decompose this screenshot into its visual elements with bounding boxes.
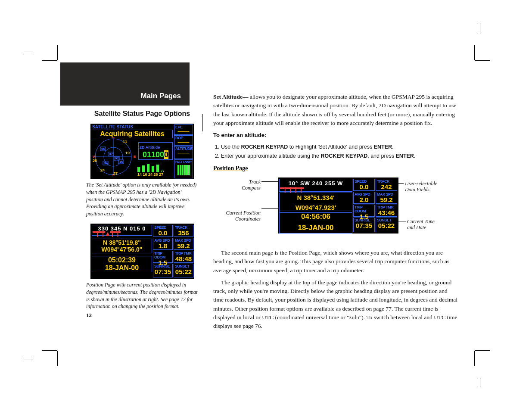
svg-text:26: 26 — [93, 159, 97, 163]
svg-text:06: 06 — [101, 147, 105, 151]
odom-cell: TRIP ODOM1.5 — [353, 205, 375, 217]
body-paragraph-2: The second main page is the Position Pag… — [213, 249, 459, 275]
crop-mark — [478, 24, 478, 33]
sunrise-cell: SUNRISE07:35 — [153, 264, 173, 277]
sunset-cell: SUNSET05:22 — [376, 218, 397, 232]
subsection-title: Satellite Status Page Options — [86, 110, 198, 118]
crop-mark — [474, 351, 475, 366]
alt-value: 011000 — [139, 150, 172, 159]
signal-bars: 14 16 24 26 27 __ — [137, 162, 172, 177]
svg-text:19: 19 — [125, 151, 130, 155]
crop-mark — [24, 357, 33, 357]
svg-text:27: 27 — [113, 171, 118, 176]
svg-text:11: 11 — [123, 140, 127, 144]
satellite-status-screen: SATELLITE STATUS Acquiring Satellites N … — [90, 124, 194, 179]
svg-text:07: 07 — [109, 152, 113, 156]
crop-mark — [57, 45, 58, 60]
callout-coordinates: Current Position Coordinates — [222, 210, 261, 222]
position-screen-small: 330 345 N 015 0 ''''''''|''''''''|'''▲''… — [90, 224, 194, 279]
crop-mark — [24, 54, 33, 54]
crop-mark — [475, 350, 490, 351]
step-1: Use the ROCKER KEYPAD to Highlight 'Set … — [221, 143, 459, 151]
crop-mark — [42, 350, 57, 351]
right-column: Set Altitude— allows you to designate yo… — [213, 93, 459, 334]
svg-text:W: W — [93, 155, 96, 159]
crop-mark — [42, 60, 57, 61]
svg-text:N: N — [112, 137, 115, 139]
sunrise-cell: SUNRISE07:35 — [353, 218, 375, 232]
crop-mark — [475, 60, 490, 61]
column-divider — [202, 114, 203, 131]
set-altitude-paragraph: Set Altitude— allows you to designate yo… — [213, 93, 459, 128]
enter-altitude-heading: To enter an altitude: — [213, 131, 459, 140]
svg-text:16: 16 — [119, 160, 123, 164]
figure-caption-1: The 'Set Altitude' option is only availa… — [86, 181, 198, 218]
crop-mark — [480, 378, 480, 387]
svg-text:24: 24 — [100, 168, 105, 172]
triptmr-cell: TRIP TMR48:48 — [174, 251, 193, 263]
crop-mark — [57, 351, 58, 366]
callout-data-fields: User-selectable Data Fields — [405, 181, 444, 193]
callout-track-compass: Track Compass — [230, 179, 261, 191]
avgspd-cell: AVG SPD2.0 — [353, 192, 375, 204]
current-time: 05:02:39 — [92, 256, 152, 264]
figure-caption-2: Position Page with current position disp… — [86, 281, 198, 310]
latitude: N 38°51.334' — [280, 193, 352, 203]
satellite-sky-view: N S E W 26 24 27 06 07 02 04 16 11 19 — [93, 137, 136, 177]
position-page-heading: Position Page — [213, 164, 459, 173]
maxspd-cell: MAX SPD59.2 — [376, 192, 397, 204]
position-figure: Track Compass Current Position Coordinat… — [213, 175, 459, 244]
svg-text:04: 04 — [104, 161, 108, 165]
alt-label: 2D Altitude — [139, 145, 161, 149]
callout-time-date: Current Time and Date — [407, 218, 446, 231]
current-date: 18-JAN-00 — [280, 222, 352, 234]
crop-mark — [24, 359, 33, 359]
step-2: Enter your approximate altitude using th… — [221, 152, 459, 160]
track-cell: TRACK242 — [376, 179, 397, 191]
crop-mark — [480, 24, 480, 33]
body-paragraph-3: The graphic heading display at the top o… — [213, 278, 459, 331]
dop-cell: DOP——— — [174, 135, 193, 146]
longitude: W094°47'56.0" — [92, 246, 152, 253]
altitude-cell: ALTITUDE——— — [174, 146, 193, 159]
page-number: 12 — [86, 312, 92, 319]
compass-ticks: ''''''''|''''''''|'''▲'''|''''''''|'''' — [92, 232, 152, 235]
crop-mark — [474, 45, 475, 60]
triptmr-cell: TRIP TMR43:46 — [376, 205, 397, 217]
crop-mark — [24, 52, 33, 52]
avgspd-cell: AVG SPD1.8 — [153, 238, 173, 250]
svg-text:E: E — [134, 155, 136, 159]
steps-list: Use the ROCKER KEYPAD to Highlight 'Set … — [221, 143, 459, 161]
latitude: N 38°51'19.8" — [92, 239, 152, 246]
compass-ticks: ''''''''|''''''''|''''''''|''''''''|'''' — [280, 188, 352, 191]
track-cell: TRACK356 — [174, 225, 193, 237]
header-band: Main Pages — [60, 62, 190, 106]
epe-cell: EPE——— — [174, 125, 193, 135]
crop-mark — [478, 378, 478, 387]
odom-cell: TRIP ODOM1.5 — [153, 251, 173, 263]
position-screen-large: 10° SW 240 255 W ''''''''|''''''''|'''''… — [278, 177, 398, 234]
maxspd-cell: MAX SPD59.2 — [174, 238, 193, 250]
left-column: Satellite Status Page Options SATELLITE … — [86, 110, 198, 310]
section-title: Main Pages — [140, 92, 181, 100]
document-page: Main Pages Satellite Status Page Options… — [60, 62, 470, 349]
current-date: 18-JAN-00 — [92, 264, 152, 272]
sunset-cell: SUNSET05:22 — [174, 264, 193, 277]
current-time: 04:56:06 — [280, 211, 352, 222]
speed-cell: SPEED0.0 — [153, 225, 173, 237]
speed-cell: SPEED0.0 — [353, 179, 375, 191]
batpwr-cell: BAT PWR — [174, 159, 193, 178]
